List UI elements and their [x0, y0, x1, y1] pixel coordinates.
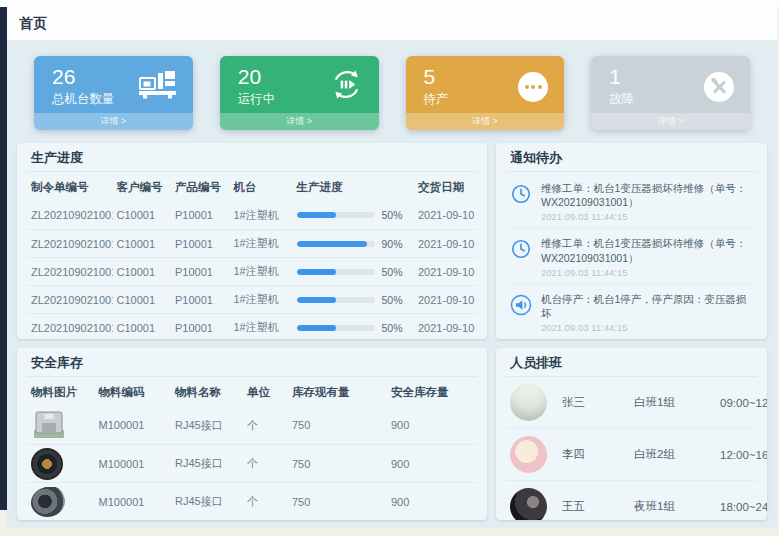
fault-detail-link[interactable]: 详情 > [591, 113, 750, 130]
speaker-round-image [27, 448, 95, 480]
product-no: P10001 [171, 209, 230, 221]
person-shift: 夜班1组 [634, 499, 720, 514]
notice-item[interactable]: 机台停产：机台1停产，停产原因：变压器损坏 2021.09.03 11:44:1… [508, 285, 755, 339]
notices-panel: 通知待办 维修工单：机台1变压器损坏待维修（单号：WX202109031001）… [496, 143, 767, 339]
customer-no: C10001 [113, 209, 172, 221]
stock-qty: 750 [288, 496, 387, 508]
fault-label: 故障 [609, 91, 634, 108]
material-unit: 个 [243, 456, 288, 471]
col-safety-qty: 安全库存量 [387, 385, 477, 400]
stock-qty: 750 [288, 458, 387, 470]
material-code: M100001 [95, 496, 172, 508]
production-table-header: 制令单编号 客户编号 产品编号 机台 生产进度 交货日期 [27, 172, 477, 201]
material-name: RJ45接口 [171, 456, 243, 471]
delivery-date: 2021-09-10 [414, 294, 477, 306]
person-shift: 白班1组 [634, 395, 720, 410]
progress-label: 50% [382, 294, 403, 306]
progress-label: 50% [382, 322, 403, 334]
window-top-strip [0, 0, 779, 7]
pending-value: 5 [424, 65, 449, 89]
col-progress: 生产进度 [293, 180, 415, 195]
safety-inventory-panel: 安全库存 物料图片 物料编码 物料名称 单位 库存现有量 安全库存量 [17, 348, 487, 520]
production-table-body: ZL202109021001 C10001 P10001 1#注塑机 50% 2… [27, 201, 477, 339]
notice-text: 机台停产：机台1停产，停产原因：变压器损坏 [541, 292, 753, 320]
col-unit: 单位 [243, 385, 288, 400]
progress-bar: 50% [293, 294, 415, 306]
material-code: M100001 [95, 458, 172, 470]
tools-icon [704, 72, 734, 102]
order-no: ZL202109021001 [27, 266, 113, 278]
card-running[interactable]: 20 运行中 [220, 56, 379, 130]
progress-bar: 50% [293, 266, 415, 278]
running-detail-link[interactable]: 详情 > [220, 113, 379, 130]
tab-bar: 首页 [7, 7, 777, 41]
personnel-list: 张三 白班1组 09:00~12:00 李四 白班2组 12:00~16:00 [506, 377, 757, 520]
card-pending[interactable]: 5 待产 详情 > [406, 56, 565, 130]
landscape-avatar [510, 384, 547, 421]
clock-icon [510, 183, 532, 222]
customer-no: C10001 [113, 238, 172, 250]
machine-name: 1#注塑机 [230, 208, 293, 223]
production-row: ZL202109021001 C10001 P10001 1#注塑机 50% 2… [27, 313, 477, 339]
safety-inventory-title: 安全库存 [27, 348, 477, 377]
inventory-row: M100001 RJ45接口 个 750 900 [27, 406, 477, 444]
card-pending-body: 5 待产 [406, 56, 565, 113]
inventory-table-header: 物料图片 物料编码 物料名称 单位 库存现有量 安全库存量 [27, 377, 477, 406]
notice-body: 维修工单：机台1变压器损坏待维修（单号：WX202109031001） 2021… [541, 236, 753, 277]
delivery-date: 2021-09-10 [414, 322, 477, 334]
machine-name: 1#注塑机 [230, 236, 293, 251]
safety-qty: 900 [387, 419, 477, 431]
person-shift: 白班2组 [634, 447, 720, 462]
total-machines-value: 26 [52, 65, 115, 89]
notices-title: 通知待办 [506, 143, 757, 172]
personnel-panel: 人员排班 张三 白班1组 09:00~12:00 李四 白班2组 12: [496, 348, 767, 520]
main-area: 首页 26 总机台数量 [7, 7, 777, 528]
col-machine: 机台 [230, 180, 293, 195]
card-total-machines[interactable]: 26 总机台数量 [34, 56, 193, 130]
dashboard-screen: 首页 26 总机台数量 [0, 0, 779, 536]
progress-bar: 90% [293, 238, 415, 250]
panels-grid: 生产进度 制令单编号 客户编号 产品编号 机台 生产进度 交货日期 ZL2021… [17, 143, 767, 520]
order-no: ZL202109021001 [27, 238, 113, 250]
col-stock-qty: 库存现有量 [288, 385, 387, 400]
running-value: 20 [238, 65, 276, 89]
personnel-title: 人员排班 [506, 348, 757, 377]
person-name: 张三 [562, 395, 634, 410]
total-machines-detail-link[interactable]: 详情 > [34, 113, 193, 130]
tab-home[interactable]: 首页 [19, 15, 47, 33]
col-material-image: 物料图片 [27, 385, 95, 400]
order-no: ZL202109021001 [27, 209, 113, 221]
stock-qty: 750 [288, 419, 387, 431]
fault-value: 1 [609, 65, 634, 89]
machine-name: 1#注塑机 [230, 292, 293, 307]
notice-time: 2021.09.03 11:44:15 [541, 322, 753, 333]
ellipsis-icon [518, 72, 548, 102]
notice-item[interactable]: 维修工单：机台1变压器损坏待维修（单号：WX202109031001） 2021… [508, 174, 755, 229]
stat-cards-row: 26 总机台数量 [17, 50, 767, 135]
notice-text: 维修工单：机台1变压器损坏待维修（单号：WX202109031001） [541, 236, 753, 264]
material-unit: 个 [243, 418, 288, 433]
product-no: P10001 [171, 322, 230, 334]
material-code: M100001 [95, 419, 172, 431]
speaker-cone-image [27, 487, 95, 517]
safety-qty: 900 [387, 496, 477, 508]
collapsed-sidebar-strip[interactable] [0, 7, 7, 510]
card-running-texts: 20 运行中 [238, 65, 276, 107]
order-no: ZL202109021001 [27, 294, 113, 306]
progress-label: 50% [382, 209, 403, 221]
notice-body: 维修工单：机台1变压器损坏待维修（单号：WX202109031001） 2021… [541, 181, 753, 222]
col-product: 产品编号 [171, 180, 230, 195]
notice-text: 维修工单：机台1变压器损坏待维修（单号：WX202109031001） [541, 181, 753, 209]
production-row: ZL202109021001 C10001 P10001 1#注塑机 90% 2… [27, 229, 477, 257]
person-row: 李四 白班2组 12:00~16:00 [506, 429, 757, 481]
notice-item[interactable]: 维修工单：机台1变压器损坏待维修（单号：WX202109031001） 2021… [508, 229, 755, 284]
page-content: 26 总机台数量 [7, 41, 777, 528]
card-fault[interactable]: 1 故障 详情 > [591, 56, 750, 130]
col-material-name: 物料名称 [171, 385, 243, 400]
material-name: RJ45接口 [171, 494, 243, 509]
production-row: ZL202109021001 C10001 P10001 1#注塑机 50% 2… [27, 201, 477, 229]
pending-detail-link[interactable]: 详情 > [406, 113, 565, 130]
col-customer: 客户编号 [113, 180, 172, 195]
order-no: ZL202109021001 [27, 322, 113, 334]
progress-label: 50% [382, 266, 403, 278]
